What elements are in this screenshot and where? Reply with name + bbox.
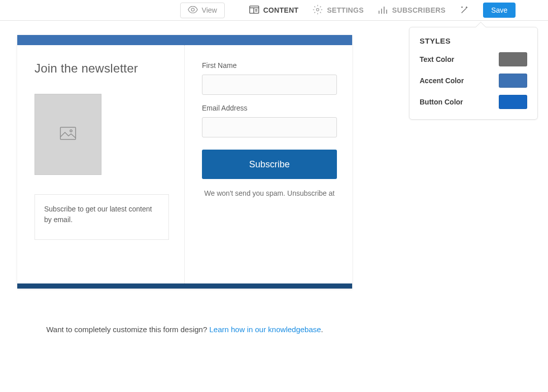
svg-rect-1 bbox=[250, 6, 259, 13]
svg-point-0 bbox=[191, 8, 194, 11]
form-accent-bottom bbox=[17, 283, 352, 289]
content-icon bbox=[249, 6, 259, 15]
tab-settings[interactable]: SETTINGS bbox=[313, 5, 363, 16]
form-left-column: Join the newsletter Subscribe to get our… bbox=[17, 45, 185, 283]
image-icon bbox=[60, 127, 76, 142]
first-name-label: First Name bbox=[202, 61, 337, 69]
bars-icon bbox=[378, 6, 388, 15]
button-color-swatch[interactable] bbox=[499, 95, 527, 109]
form-preview-card: Join the newsletter Subscribe to get our… bbox=[17, 35, 352, 289]
form-title[interactable]: Join the newsletter bbox=[35, 61, 169, 76]
email-input[interactable] bbox=[202, 117, 337, 137]
tab-subscribers[interactable]: SUBSCRIBERS bbox=[378, 6, 446, 15]
help-text: Want to completely customize this form d… bbox=[17, 325, 352, 334]
gear-icon bbox=[313, 5, 323, 16]
accent-color-label: Accent Color bbox=[420, 77, 464, 85]
help-prefix: Want to completely customize this form d… bbox=[46, 325, 209, 334]
text-color-swatch[interactable] bbox=[499, 52, 527, 66]
svg-rect-16 bbox=[60, 127, 76, 139]
style-row-text-color: Text Color bbox=[420, 52, 527, 66]
accent-color-swatch[interactable] bbox=[499, 74, 527, 88]
tab-content-label: CONTENT bbox=[263, 6, 299, 14]
form-body: Join the newsletter Subscribe to get our… bbox=[17, 45, 352, 283]
email-label: Email Address bbox=[202, 104, 337, 112]
nospam-text: We won't send you spam. Unsubscribe at bbox=[202, 189, 337, 197]
style-row-accent-color: Accent Color bbox=[420, 74, 527, 88]
svg-point-17 bbox=[70, 130, 72, 132]
styles-panel: STYLES Text Color Accent Color Button Co… bbox=[409, 27, 538, 120]
magic-wand-icon[interactable] bbox=[460, 6, 469, 15]
form-accent-top bbox=[17, 35, 352, 45]
tab-content[interactable]: CONTENT bbox=[249, 6, 299, 15]
style-row-button-color: Button Color bbox=[420, 95, 527, 109]
text-color-label: Text Color bbox=[420, 55, 454, 63]
eye-icon bbox=[188, 6, 198, 15]
save-button[interactable]: Save bbox=[483, 3, 516, 18]
svg-line-11 bbox=[462, 8, 466, 13]
tab-settings-label: SETTINGS bbox=[327, 6, 363, 14]
image-placeholder[interactable] bbox=[35, 94, 101, 175]
styles-heading: STYLES bbox=[420, 37, 527, 45]
button-color-label: Button Color bbox=[420, 98, 463, 106]
view-button[interactable]: View bbox=[180, 3, 225, 18]
first-name-input[interactable] bbox=[202, 75, 337, 95]
form-right-column: First Name Email Address Subscribe We wo… bbox=[185, 45, 352, 283]
form-description[interactable]: Subscribe to get our latest content by e… bbox=[35, 194, 169, 240]
help-link[interactable]: Learn how in our knowledgebase bbox=[209, 325, 321, 334]
svg-point-6 bbox=[317, 8, 319, 11]
top-toolbar: View CONTENT SETTINGS bbox=[0, 0, 548, 21]
tab-subscribers-label: SUBSCRIBERS bbox=[392, 6, 446, 14]
view-label: View bbox=[202, 6, 217, 14]
help-suffix: . bbox=[321, 325, 323, 334]
subscribe-button[interactable]: Subscribe bbox=[202, 150, 337, 179]
